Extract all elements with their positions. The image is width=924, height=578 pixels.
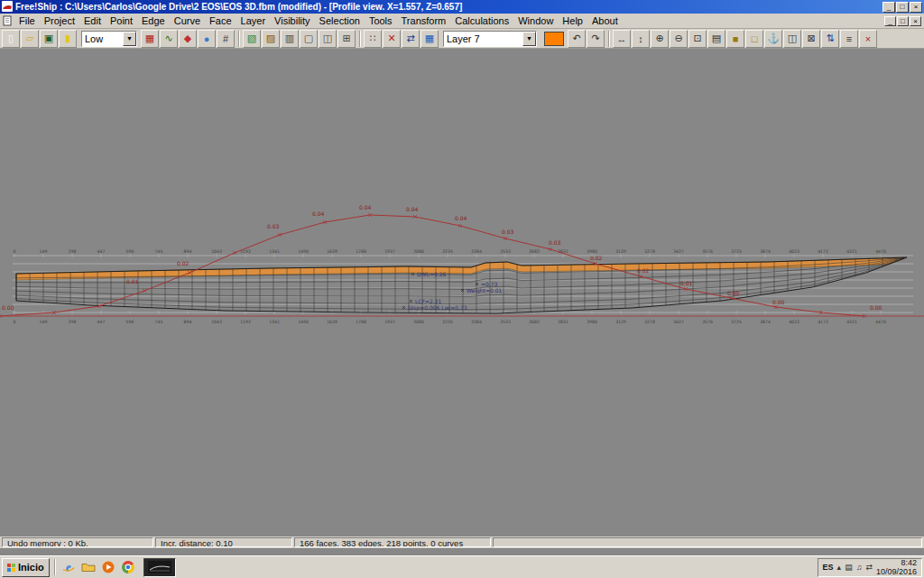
minimize-button[interactable]: _ bbox=[882, 2, 895, 13]
mdi-minimize-button[interactable]: _ bbox=[884, 16, 896, 26]
menu-selection[interactable]: Selection bbox=[315, 14, 365, 27]
svg-text:0.04: 0.04 bbox=[359, 204, 372, 210]
undo-button[interactable]: ↶ bbox=[568, 30, 586, 48]
new-file-button[interactable]: ▯ bbox=[2, 30, 20, 48]
show-points-button[interactable]: ∷ bbox=[364, 30, 382, 48]
mdi-restore-button[interactable]: □ bbox=[897, 16, 909, 26]
zoom-in-button[interactable]: ⊕ bbox=[651, 30, 669, 48]
svg-text:4172: 4172 bbox=[818, 249, 828, 254]
toolbar: ▯▱▣▮Low▼▦∿◆●#▧▨▥▢◫⊞∷✕⇄▦Layer 7▼↶↷↔↕⊕⊖⊡▤■… bbox=[0, 29, 924, 49]
menu-file[interactable]: File bbox=[14, 14, 40, 27]
normals-button[interactable]: ◆ bbox=[179, 30, 197, 48]
dropdown-arrow-icon[interactable]: ▼ bbox=[123, 32, 136, 46]
unlock-points-button[interactable]: □ bbox=[745, 30, 763, 48]
menu-edit[interactable]: Edit bbox=[79, 14, 106, 27]
menu-help[interactable]: Help bbox=[558, 14, 587, 27]
internet-explorer-icon[interactable]: e bbox=[60, 559, 78, 576]
lock-points-button[interactable]: ■ bbox=[726, 30, 744, 48]
clock[interactable]: 8:42 10/09/2016 bbox=[876, 558, 917, 576]
menu-point[interactable]: Point bbox=[106, 14, 137, 27]
menu-visibility[interactable]: Visibility bbox=[270, 14, 315, 27]
display-icon[interactable]: ▤ bbox=[845, 563, 853, 572]
freeship-taskbar-button[interactable] bbox=[143, 558, 176, 577]
svg-text:3427: 3427 bbox=[673, 249, 684, 254]
status-model-counts: 166 faces, 383 edges, 218 points, 0 curv… bbox=[294, 537, 491, 547]
menu-edge[interactable]: Edge bbox=[137, 14, 170, 27]
mdi-close-button[interactable]: × bbox=[910, 16, 921, 26]
camera-view-button[interactable]: ▢ bbox=[300, 30, 318, 48]
flip-normals-button[interactable]: ⇅ bbox=[821, 30, 839, 48]
svg-text:3725: 3725 bbox=[731, 249, 742, 254]
pan-view-button[interactable]: ↔ bbox=[613, 30, 631, 48]
zoom-out-button[interactable]: ⊖ bbox=[670, 30, 688, 48]
svg-text:298: 298 bbox=[69, 249, 77, 254]
profile-view-canvas[interactable]: 0014914929829844744759659674574589489410… bbox=[0, 49, 924, 536]
print-button[interactable]: ▤ bbox=[707, 30, 725, 48]
delete-button[interactable]: × bbox=[859, 30, 877, 48]
restore-button[interactable]: □ bbox=[896, 2, 909, 13]
layer-grid-button[interactable]: ▦ bbox=[420, 30, 439, 48]
delete-faces-button[interactable]: ✕ bbox=[383, 30, 401, 48]
intersections-button[interactable]: ▦ bbox=[141, 30, 159, 48]
svg-text:1788: 1788 bbox=[356, 249, 366, 254]
wireframe-button[interactable]: # bbox=[217, 30, 235, 48]
control-net-button[interactable]: ⊞ bbox=[337, 30, 356, 48]
developable-check-button[interactable]: ▥ bbox=[281, 30, 299, 48]
svg-text:=0.73: =0.73 bbox=[481, 281, 498, 287]
menu-project[interactable]: Project bbox=[40, 14, 79, 27]
menu-face[interactable]: Face bbox=[205, 14, 236, 27]
precision-combo[interactable]: Low▼ bbox=[81, 31, 137, 47]
svg-text:0.00: 0.00 bbox=[727, 290, 740, 296]
gauss-curvature-button[interactable]: ▧ bbox=[243, 30, 261, 48]
redo-button[interactable]: ↷ bbox=[587, 30, 605, 48]
menu-layer[interactable]: Layer bbox=[236, 14, 271, 27]
settings-button[interactable]: ≡ bbox=[840, 30, 858, 48]
svg-text:2235: 2235 bbox=[442, 249, 453, 254]
svg-text:4321: 4321 bbox=[846, 320, 857, 324]
mirror-button[interactable]: ⇄ bbox=[402, 30, 420, 48]
anchor-points-button[interactable]: ⚓ bbox=[764, 30, 782, 48]
close-button[interactable]: × bbox=[910, 2, 922, 13]
dropdown-arrow-icon[interactable]: ▼ bbox=[522, 32, 536, 46]
save-file-button[interactable]: ▣ bbox=[40, 30, 58, 48]
language-indicator[interactable]: ES bbox=[823, 563, 834, 572]
media-player-icon[interactable] bbox=[100, 559, 117, 576]
menu-tools[interactable]: Tools bbox=[365, 14, 397, 27]
menu-window[interactable]: Window bbox=[513, 14, 558, 27]
quick-launch: e bbox=[60, 559, 137, 576]
svg-text:3874: 3874 bbox=[760, 320, 771, 324]
layer-color-button[interactable] bbox=[544, 32, 564, 46]
svg-text:2086: 2086 bbox=[413, 320, 424, 324]
menu-about[interactable]: About bbox=[587, 14, 623, 27]
start-button[interactable]: Inicio bbox=[2, 558, 50, 577]
open-file-button[interactable]: ▱ bbox=[21, 30, 39, 48]
vertical-pan-button[interactable]: ↕ bbox=[632, 30, 650, 48]
mdi-window-controls: _□× bbox=[883, 16, 921, 26]
insert-plane-button[interactable]: ◫ bbox=[783, 30, 801, 48]
svg-text:0.03: 0.03 bbox=[502, 228, 514, 235]
menu-calculations[interactable]: Calculations bbox=[450, 14, 513, 27]
zoom-extents-button[interactable]: ⊡ bbox=[688, 30, 707, 48]
control-curves-button[interactable]: ∿ bbox=[160, 30, 178, 48]
svg-text:1341: 1341 bbox=[269, 249, 280, 254]
svg-text:0.02: 0.02 bbox=[637, 267, 650, 274]
intersect-layers-button[interactable]: ⊠ bbox=[802, 30, 820, 48]
network-icon[interactable]: ⇄ bbox=[865, 563, 873, 572]
export-button[interactable]: ▮ bbox=[59, 30, 77, 48]
svg-text:2980: 2980 bbox=[587, 320, 597, 324]
svg-text:0.00: 0.00 bbox=[772, 299, 785, 305]
menu-transform[interactable]: Transform bbox=[397, 14, 451, 27]
interior-edges-button[interactable]: ◫ bbox=[319, 30, 337, 48]
svg-text:2831: 2831 bbox=[558, 320, 568, 324]
layer-combo[interactable]: Layer 7▼ bbox=[443, 31, 537, 47]
svg-text:298: 298 bbox=[69, 320, 77, 324]
zebra-shade-button[interactable]: ▨ bbox=[262, 30, 280, 48]
folder-icon[interactable] bbox=[80, 559, 97, 576]
volume-icon[interactable]: ♫ bbox=[856, 563, 863, 572]
title-bar[interactable]: Free!Ship : C:\Users\Carlos\Google Drive… bbox=[0, 0, 924, 14]
shade-button[interactable]: ● bbox=[198, 30, 216, 48]
menu-curve[interactable]: Curve bbox=[170, 14, 205, 27]
chrome-icon[interactable] bbox=[120, 559, 137, 576]
svg-text:0.01: 0.01 bbox=[126, 278, 139, 284]
show-hidden-icon[interactable]: ▴ bbox=[837, 563, 842, 572]
